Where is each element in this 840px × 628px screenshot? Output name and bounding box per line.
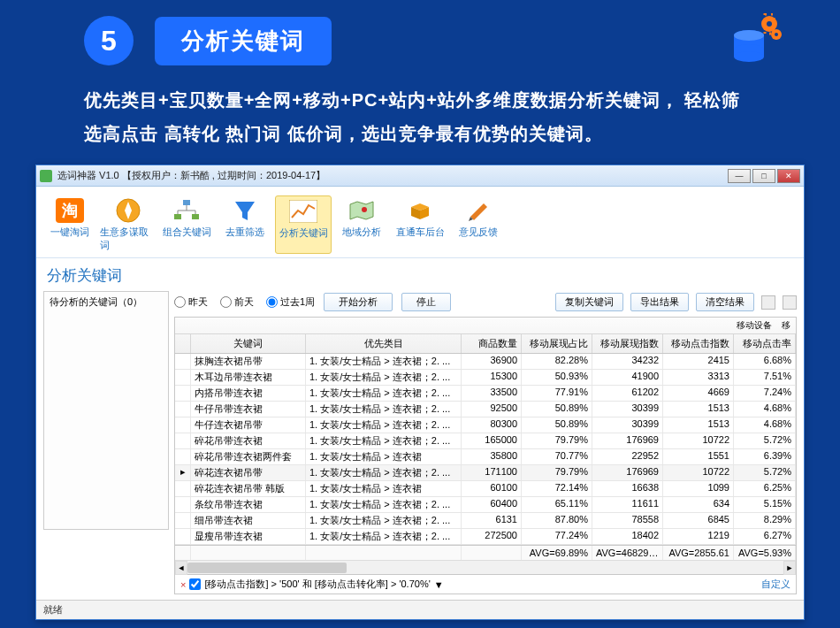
col-impression-index[interactable]: 移动展现指数	[592, 334, 663, 353]
filter-close-icon[interactable]: ×	[180, 579, 186, 590]
toolbar-item-analyze[interactable]: 分析关键词	[275, 195, 332, 254]
copy-keywords-button[interactable]: 复制关键词	[555, 293, 623, 311]
close-button[interactable]: ✕	[777, 169, 800, 183]
statusbar: 就绪	[36, 600, 804, 619]
scroll-left-arrow[interactable]: ◄	[175, 561, 187, 575]
toolbar-item-shengyi[interactable]: 生意多谋取词	[100, 195, 157, 254]
box-icon	[405, 197, 435, 224]
svg-point-1	[767, 21, 772, 27]
app-icon	[40, 170, 52, 182]
svg-point-20	[362, 207, 367, 212]
tool-icon-1[interactable]	[761, 295, 775, 310]
step-badge: 5	[84, 16, 134, 65]
results-grid[interactable]: 移动设备 移 关键词 优先类目 商品数量 移动展现占比 移动展现指数 移动点击指…	[174, 317, 797, 575]
table-row[interactable]: 细吊带连衣裙1. 女装/女士精品 > 连衣裙；2. ...613187.80%7…	[175, 513, 796, 529]
pending-keywords-panel: 待分析的关键词（0）	[43, 291, 169, 530]
avg-row: AVG=69.89% AVG=46829.12 AVG=2855.61 AVG=…	[175, 545, 796, 560]
table-row[interactable]: 内搭吊带连衣裙1. 女装/女士精品 > 连衣裙；2. ...3350077.91…	[175, 386, 796, 402]
table-row[interactable]: 牛仔连衣裙吊带1. 女装/女士精品 > 连衣裙；2. ...8030050.89…	[175, 417, 796, 433]
compass-icon	[113, 197, 143, 224]
description-text: 优先类目+宝贝数量+全网+移动+PC+站内+站外多维度数据分析关键词， 轻松筛选…	[0, 74, 840, 165]
radio-daybefore[interactable]: 前天	[220, 295, 254, 309]
filter-checkbox[interactable]	[189, 578, 201, 590]
filter-bar: × [移动点击指数] > '500' 和 [移动点击转化率] > '0.70%'…	[174, 575, 797, 594]
database-gear-icon	[729, 13, 783, 68]
filter-custom-link[interactable]: 自定义	[761, 578, 790, 591]
table-row[interactable]: 显瘦吊带连衣裙1. 女装/女士精品 > 连衣裙；2. ...27250077.2…	[175, 529, 796, 545]
table-row[interactable]: 碎花吊带连衣裙两件套1. 女装/女士精品 > 连衣裙3580070.77%229…	[175, 449, 796, 465]
scroll-thumb[interactable]	[187, 563, 347, 573]
radio-yesterday[interactable]: 昨天	[174, 295, 208, 309]
col-keyword[interactable]: 关键词	[191, 334, 306, 353]
pencil-icon	[463, 197, 493, 224]
titlebar: 选词神器 V1.0 【授权用户：新书酷 , 过期时间：2019-04-17】 —…	[36, 165, 804, 187]
maximize-button[interactable]: □	[752, 169, 775, 183]
window-title: 选词神器 V1.0 【授权用户：新书酷 , 过期时间：2019-04-17】	[57, 169, 325, 182]
svg-point-4	[775, 33, 778, 36]
svg-rect-17	[174, 214, 181, 219]
scroll-right-arrow[interactable]: ►	[783, 561, 796, 575]
svg-rect-19	[289, 200, 317, 223]
tree-icon	[172, 197, 202, 224]
toolbar-item-ztc[interactable]: 直通车后台	[392, 195, 448, 254]
page-title: 分析关键词	[155, 17, 332, 65]
tao-icon: 淘	[55, 197, 85, 224]
table-row[interactable]: 牛仔吊带连衣裙1. 女装/女士精品 > 连衣裙；2. ...9250050.89…	[175, 402, 796, 417]
toolbar-item-feedback[interactable]: 意见反馈	[450, 195, 507, 254]
date-range-radios: 昨天 前天 过去1周	[174, 295, 315, 309]
table-row[interactable]: 抹胸连衣裙吊带1. 女装/女士精品 > 连衣裙；2. ...3690082.28…	[175, 354, 796, 370]
svg-text:淘: 淘	[61, 202, 78, 219]
section-title: 分析关键词	[36, 258, 804, 291]
tool-icon-2[interactable]	[783, 295, 797, 310]
map-icon	[347, 197, 377, 224]
col-quantity[interactable]: 商品数量	[462, 334, 522, 353]
main-toolbar: 淘 一键淘词 生意多谋取词 组合关键词 去重筛选 分析关键词 地域分析 直通车后…	[36, 187, 804, 258]
column-group-mobile: 移动设备 移	[175, 318, 796, 334]
filter-expression: [移动点击指数] > '500' 和 [移动点击转化率] > '0.70%'	[204, 578, 430, 591]
col-impression-ratio[interactable]: 移动展现占比	[522, 334, 592, 353]
chart-icon	[288, 198, 318, 225]
toolbar-item-taoword[interactable]: 淘 一键淘词	[42, 195, 98, 254]
filter-dropdown-icon[interactable]: ▼	[434, 579, 444, 590]
start-analyze-button[interactable]: 开始分析	[324, 293, 393, 311]
svg-point-11	[734, 51, 764, 62]
table-row[interactable]: 条纹吊带连衣裙1. 女装/女士精品 > 连衣裙；2. ...6040065.11…	[175, 497, 796, 513]
export-results-button[interactable]: 导出结果	[630, 293, 689, 311]
funnel-icon	[230, 197, 260, 224]
table-row[interactable]: ▸碎花连衣裙吊带1. 女装/女士精品 > 连衣裙；2. ...17110079.…	[175, 465, 796, 481]
stop-button[interactable]: 停止	[401, 293, 451, 311]
toolbar-item-filter[interactable]: 去重筛选	[217, 195, 273, 254]
table-row[interactable]: 碎花吊带连衣裙1. 女装/女士精品 > 连衣裙；2. ...16500079.7…	[175, 433, 796, 449]
radio-lastweek[interactable]: 过去1周	[266, 295, 315, 309]
col-click-rate[interactable]: 移动点击率	[734, 334, 796, 353]
svg-point-12	[734, 30, 764, 41]
minimize-button[interactable]: —	[728, 169, 751, 183]
table-row[interactable]: 木耳边吊带连衣裙1. 女装/女士精品 > 连衣裙；2. ...1530050.9…	[175, 370, 796, 386]
toolbar-item-combine[interactable]: 组合关键词	[158, 195, 215, 254]
col-click-index[interactable]: 移动点击指数	[663, 334, 734, 353]
svg-rect-16	[183, 200, 190, 205]
col-category[interactable]: 优先类目	[306, 334, 462, 353]
horizontal-scrollbar[interactable]: ◄ ►	[175, 560, 796, 574]
app-window: 选词神器 V1.0 【授权用户：新书酷 , 过期时间：2019-04-17】 —…	[35, 165, 805, 620]
table-row[interactable]: 碎花连衣裙吊带 韩版1. 女装/女士精品 > 连衣裙6010072.14%166…	[175, 481, 796, 497]
clear-results-button[interactable]: 清空结果	[696, 293, 754, 311]
toolbar-item-region[interactable]: 地域分析	[333, 195, 390, 254]
svg-rect-18	[192, 214, 199, 219]
